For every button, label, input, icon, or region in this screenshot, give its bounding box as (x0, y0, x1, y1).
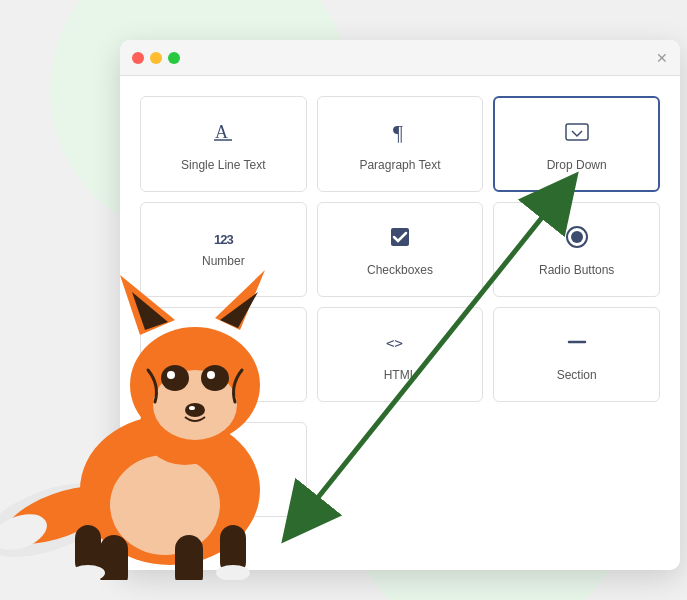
close-dot[interactable] (132, 52, 144, 64)
svg-point-40 (207, 371, 215, 379)
grid-item-drop-down[interactable]: Drop Down (493, 96, 660, 192)
svg-point-42 (189, 406, 195, 410)
grid-item-checkboxes[interactable]: Checkboxes (317, 202, 484, 297)
fox-svg (0, 240, 320, 580)
html-icon: <> (384, 328, 416, 360)
drop-down-label: Drop Down (547, 158, 607, 174)
svg-point-27 (71, 565, 105, 580)
svg-text:A: A (215, 122, 228, 142)
html-label: HTML (384, 368, 417, 384)
grid-item-section[interactable]: Section (493, 307, 660, 402)
svg-point-28 (216, 565, 250, 580)
paragraph-text-icon: ¶ (386, 118, 414, 150)
svg-point-37 (161, 365, 189, 391)
window-controls (132, 52, 180, 64)
radio-buttons-icon (563, 223, 591, 255)
radio-buttons-label: Radio Buttons (539, 263, 614, 279)
svg-text:¶: ¶ (393, 120, 403, 145)
svg-point-20 (110, 455, 220, 555)
close-button[interactable]: ✕ (656, 50, 668, 66)
section-icon (563, 328, 591, 360)
grid-item-single-line-text[interactable]: A Single Line Text (140, 96, 307, 192)
svg-text:<>: <> (386, 335, 403, 351)
grid-item-radio-buttons[interactable]: Radio Buttons (493, 202, 660, 297)
svg-point-38 (201, 365, 229, 391)
svg-rect-3 (566, 124, 588, 140)
single-line-text-icon: A (209, 118, 237, 150)
paragraph-text-label: Paragraph Text (359, 158, 440, 174)
svg-point-41 (185, 403, 205, 417)
grid-item-html[interactable]: <> HTML (317, 307, 484, 402)
titlebar: ✕ (120, 40, 680, 76)
single-line-text-label: Single Line Text (181, 158, 266, 174)
checkboxes-icon (386, 223, 414, 255)
grid-item-paragraph-text[interactable]: ¶ Paragraph Text (317, 96, 484, 192)
maximize-dot[interactable] (168, 52, 180, 64)
drop-down-icon (563, 118, 591, 150)
svg-point-39 (167, 371, 175, 379)
section-label: Section (557, 368, 597, 384)
svg-rect-22 (175, 535, 203, 580)
checkboxes-label: Checkboxes (367, 263, 433, 279)
fox-illustration (0, 240, 320, 580)
minimize-dot[interactable] (150, 52, 162, 64)
svg-point-6 (571, 231, 583, 243)
